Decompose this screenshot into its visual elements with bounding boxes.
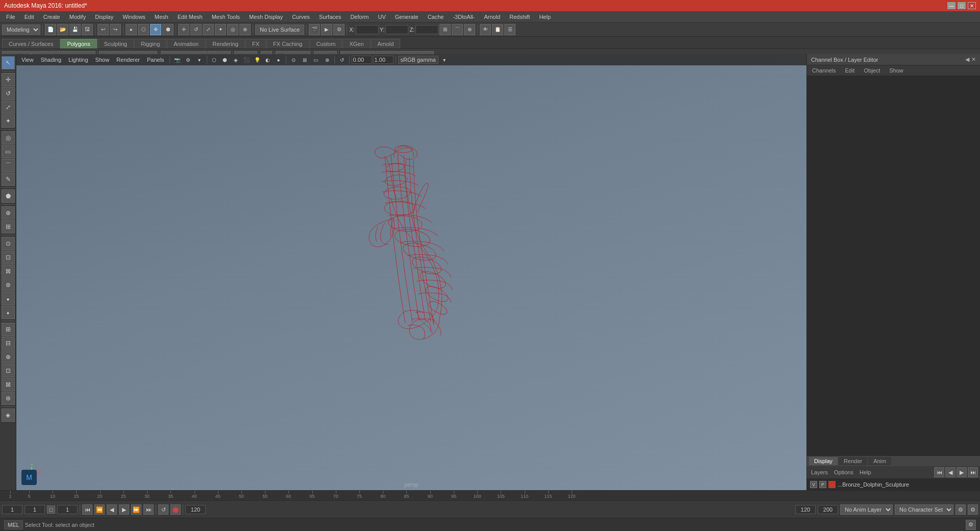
tab-curves-surfaces[interactable]: Curves / Surfaces xyxy=(2,39,60,49)
layer-back-btn[interactable]: ◀ xyxy=(945,467,955,477)
prev-frame-btn[interactable]: ⏪ xyxy=(94,504,105,515)
channels-tab[interactable]: Channels xyxy=(809,66,839,75)
measure-btn[interactable]: ⊞ xyxy=(2,220,15,233)
custom-btn-1[interactable]: ⊡ xyxy=(2,251,15,264)
auto-key-btn[interactable]: ⬤ xyxy=(170,504,181,515)
rotate-tool-left-btn[interactable]: ↺ xyxy=(2,87,15,100)
go-end-btn[interactable]: ⏭ xyxy=(143,504,154,515)
soft-mod-button[interactable]: ◎ xyxy=(227,24,238,35)
render-settings-btn[interactable]: ⚙ xyxy=(333,24,345,35)
menu-cache[interactable]: Cache xyxy=(424,13,448,21)
texture-icon[interactable]: ⬛ xyxy=(241,55,252,65)
no-anim-layer-select[interactable]: No Anim Layer xyxy=(840,504,893,515)
menu-curves[interactable]: Curves xyxy=(288,13,314,21)
mel-badge[interactable]: MEL xyxy=(4,520,23,529)
minimize-button[interactable]: — xyxy=(947,2,955,9)
snap-curve-button[interactable]: ⌒ xyxy=(452,24,463,35)
go-start-btn[interactable]: ⏮ xyxy=(82,504,92,515)
next-frame-btn[interactable]: ⏩ xyxy=(131,504,141,515)
menu-file[interactable]: File xyxy=(2,13,19,21)
editor-button[interactable]: 📋 xyxy=(492,24,503,35)
snap-together-btn[interactable]: ⊕ xyxy=(2,206,15,220)
tab-custom[interactable]: Custom xyxy=(310,39,342,49)
menu-create[interactable]: Create xyxy=(39,13,64,21)
render-btn[interactable]: 🎬 xyxy=(309,24,320,35)
mode-btn-3[interactable]: ⊕ xyxy=(2,350,15,364)
y-input[interactable] xyxy=(385,25,408,34)
menu-mesh-display[interactable]: Mesh Display xyxy=(245,13,287,21)
tab-rendering[interactable]: Rendering xyxy=(206,39,245,49)
value-input-2[interactable] xyxy=(373,56,394,64)
x-input[interactable] xyxy=(356,25,379,34)
maximize-button[interactable]: □ xyxy=(958,2,966,9)
soft-select-btn[interactable]: ◎ xyxy=(2,131,15,144)
mode-selector[interactable]: Modeling xyxy=(2,25,40,35)
tab-xgen[interactable]: XGen xyxy=(342,39,370,49)
panel-close-btn[interactable]: ✕ xyxy=(971,56,976,63)
light-icon[interactable]: 💡 xyxy=(252,55,262,65)
quick-sel-btn[interactable]: ◈ xyxy=(2,408,15,422)
panel-expand-btn[interactable]: ◀ xyxy=(965,56,969,63)
playback-start-input[interactable] xyxy=(57,505,78,514)
lasso-select-button[interactable]: ⬡ xyxy=(138,24,149,35)
help-btn[interactable]: Help xyxy=(857,468,873,476)
renderer-menu[interactable]: Renderer xyxy=(113,56,143,63)
sculpt-btn[interactable]: ⬟ xyxy=(2,189,15,203)
tab-fx-caching[interactable]: FX Caching xyxy=(266,39,309,49)
lasso-tool-btn[interactable]: ⌒ xyxy=(2,159,15,172)
wireframe-icon[interactable]: ⬡ xyxy=(209,55,219,65)
layer-editor-button[interactable]: ☰ xyxy=(504,24,516,35)
tab-sculpting[interactable]: Sculpting xyxy=(97,39,134,49)
menu-edit[interactable]: Edit xyxy=(20,13,38,21)
mode-btn-1[interactable]: ⊞ xyxy=(2,323,15,336)
redo-button[interactable]: ↪ xyxy=(110,24,121,35)
new-file-button[interactable]: 📄 xyxy=(45,24,56,35)
menu-windows[interactable]: Windows xyxy=(118,13,150,21)
anim-tab[interactable]: Anim xyxy=(868,457,891,465)
tab-rigging[interactable]: Rigging xyxy=(134,39,166,49)
layer-next-btn[interactable]: ⏭ xyxy=(968,467,978,477)
rotate-tool-button[interactable]: ↺ xyxy=(190,24,202,35)
menu-mesh[interactable]: Mesh xyxy=(151,13,173,21)
scale-tool-left-btn[interactable]: ⤢ xyxy=(2,101,15,114)
mode-btn-6[interactable]: ⊛ xyxy=(2,392,15,405)
move-tool-button[interactable]: ✛ xyxy=(178,24,189,35)
menu-3dto-all[interactable]: -3DtoAll- xyxy=(449,13,479,21)
tab-arnold[interactable]: Arnold xyxy=(371,39,401,49)
options-btn[interactable]: Options xyxy=(832,468,855,476)
start-frame-input[interactable] xyxy=(2,505,22,514)
film-gate-icon[interactable]: ▭ xyxy=(311,55,321,65)
paint-sel-btn[interactable]: ✎ xyxy=(2,173,15,186)
rect-select-btn[interactable]: ▭ xyxy=(2,145,15,158)
ao-icon[interactable]: ● xyxy=(274,55,284,65)
save-file-button[interactable]: 💾 xyxy=(69,24,81,35)
tab-animation[interactable]: Animation xyxy=(167,39,205,49)
status-btn-1[interactable]: ⚙ xyxy=(966,520,976,530)
show-menu[interactable]: Show xyxy=(92,56,113,63)
show-hide-button[interactable]: 👁 xyxy=(480,24,491,35)
viewport[interactable]: View Shading Lighting Show Renderer Pane… xyxy=(16,54,806,490)
marquee-select-button[interactable]: ⬢ xyxy=(162,24,174,35)
grid-icon[interactable]: ⊞ xyxy=(300,55,310,65)
no-char-set-select[interactable]: No Character Set xyxy=(895,504,953,515)
menu-uv[interactable]: UV xyxy=(374,13,389,21)
open-file-button[interactable]: 📂 xyxy=(57,24,68,35)
layer-color-swatch[interactable] xyxy=(828,481,836,488)
view-menu[interactable]: View xyxy=(18,56,37,63)
save-scene-button[interactable]: 🖫 xyxy=(82,24,93,35)
universal-tool-button[interactable]: ✦ xyxy=(215,24,226,35)
smooth-shade-icon[interactable]: ⬢ xyxy=(220,55,230,65)
gamma-dropdown-icon[interactable]: ▾ xyxy=(439,55,450,65)
layer-prev-btn[interactable]: ⏮ xyxy=(934,467,944,477)
select-tool-btn[interactable]: ↖ xyxy=(2,56,15,69)
timeline-ruler[interactable]: 1510152025303540455055606570758085909510… xyxy=(0,491,980,501)
key-settings-btn[interactable]: ⚙ xyxy=(955,504,966,515)
undo-button[interactable]: ↩ xyxy=(97,24,109,35)
tab-fx[interactable]: FX xyxy=(246,39,266,49)
isolate-icon[interactable]: ⊙ xyxy=(288,55,299,65)
play-fwd-btn[interactable]: ▶ xyxy=(119,504,129,515)
playback-end-input[interactable] xyxy=(185,505,206,514)
layer-fwd-btn[interactable]: ▶ xyxy=(957,467,967,477)
tab-polygons[interactable]: Polygons xyxy=(60,39,96,49)
menu-edit-mesh[interactable]: Edit Mesh xyxy=(174,13,207,21)
